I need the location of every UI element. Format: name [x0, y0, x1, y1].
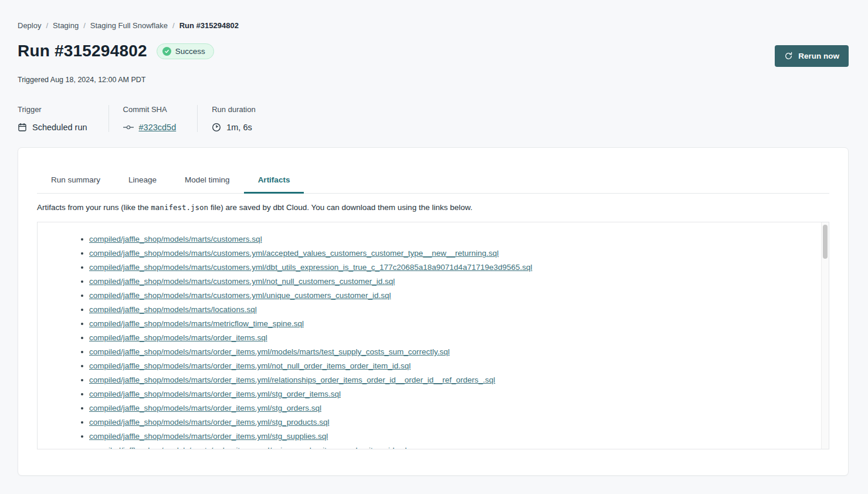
artifact-link[interactable]: compiled/jaffle_shop/models/marts/custom… [89, 263, 533, 272]
check-circle-icon [162, 47, 171, 56]
tab-lineage[interactable]: Lineage [114, 175, 171, 194]
artifact-link[interactable]: compiled/jaffle_shop/models/marts/custom… [89, 235, 262, 243]
breadcrumb-separator: / [83, 21, 86, 30]
scrollbar-track[interactable] [821, 222, 829, 449]
artifacts-description-code: manifest.json [151, 203, 208, 212]
meta-commit-label: Commit SHA [123, 105, 177, 114]
artifacts-description: Artifacts from your runs (like the manif… [37, 203, 829, 212]
list-item: compiled/jaffle_shop/models/marts/custom… [89, 275, 815, 289]
artifact-link[interactable]: compiled/jaffle_shop/models/marts/custom… [89, 291, 391, 300]
list-item: compiled/jaffle_shop/models/marts/locati… [89, 303, 815, 317]
meta-commit: Commit SHA #323cd5d [108, 105, 198, 132]
tab-artifacts[interactable]: Artifacts [244, 175, 304, 194]
refresh-icon [784, 52, 793, 60]
artifact-link[interactable]: compiled/jaffle_shop/models/marts/order_… [89, 446, 407, 449]
artifact-link[interactable]: compiled/jaffle_shop/models/marts/order_… [89, 333, 267, 342]
page-title: Run #315294802 [18, 42, 147, 60]
breadcrumb-separator: / [46, 21, 48, 30]
run-meta: Trigger Scheduled run Commit SHA #323cd5… [18, 105, 849, 132]
artifacts-description-suffix: file) are saved by dbt Cloud. You can do… [208, 203, 472, 212]
meta-duration-label: Run duration [212, 105, 255, 114]
calendar-icon [18, 123, 27, 132]
rerun-now-label: Rerun now [798, 52, 839, 60]
artifact-link[interactable]: compiled/jaffle_shop/models/marts/order_… [89, 375, 495, 384]
meta-trigger: Trigger Scheduled run [18, 105, 108, 132]
status-badge: Success [157, 43, 214, 59]
artifact-link[interactable]: compiled/jaffle_shop/models/marts/order_… [89, 418, 329, 427]
list-item: compiled/jaffle_shop/models/marts/order_… [89, 331, 815, 345]
rerun-now-button[interactable]: Rerun now [775, 45, 849, 67]
commit-sha-link[interactable]: #323cd5d [139, 123, 177, 132]
list-item: compiled/jaffle_shop/models/marts/order_… [89, 387, 815, 401]
commit-icon [123, 124, 134, 131]
list-item: compiled/jaffle_shop/models/marts/order_… [89, 444, 815, 449]
artifact-link[interactable]: compiled/jaffle_shop/models/marts/order_… [89, 432, 328, 441]
meta-trigger-label: Trigger [18, 105, 87, 114]
meta-trigger-value: Scheduled run [32, 123, 87, 132]
artifact-link[interactable]: compiled/jaffle_shop/models/marts/order_… [89, 390, 341, 398]
breadcrumb-separator: / [172, 21, 175, 30]
meta-duration: Run duration 1m, 6s [197, 105, 276, 132]
breadcrumb: Deploy / Staging / Staging Full Snowflak… [18, 21, 849, 30]
list-item: compiled/jaffle_shop/models/marts/order_… [89, 401, 815, 415]
header: Run #315294802 Success Rerun now [18, 42, 849, 67]
clock-icon [212, 123, 221, 132]
artifact-link[interactable]: compiled/jaffle_shop/models/marts/locati… [89, 305, 257, 314]
list-item: compiled/jaffle_shop/models/marts/order_… [89, 415, 815, 429]
artifact-link[interactable]: compiled/jaffle_shop/models/marts/custom… [89, 249, 499, 258]
run-detail-page: Deploy / Staging / Staging Full Snowflak… [0, 0, 868, 476]
scrollbar-thumb[interactable] [823, 225, 828, 259]
artifact-link[interactable]: compiled/jaffle_shop/models/marts/order_… [89, 404, 321, 412]
list-item: compiled/jaffle_shop/models/marts/order_… [89, 359, 815, 373]
tab-model-timing[interactable]: Model timing [171, 175, 244, 194]
breadcrumb-staging[interactable]: Staging [53, 21, 79, 30]
artifacts-description-prefix: Artifacts from your runs (like the [37, 203, 151, 212]
triggered-timestamp: Triggered Aug 18, 2024, 12:00 AM PDT [18, 76, 849, 84]
artifact-link[interactable]: compiled/jaffle_shop/models/marts/order_… [89, 347, 450, 356]
artifact-link[interactable]: compiled/jaffle_shop/models/marts/metric… [89, 319, 304, 328]
list-item: compiled/jaffle_shop/models/marts/order_… [89, 345, 815, 359]
artifacts-file-list: compiled/jaffle_shop/models/marts/custom… [38, 222, 829, 449]
list-item: compiled/jaffle_shop/models/marts/metric… [89, 317, 815, 331]
list-item: compiled/jaffle_shop/models/marts/order_… [89, 373, 815, 387]
breadcrumb-current-run: Run #315294802 [179, 21, 239, 30]
run-detail-card: Run summary Lineage Model timing Artifac… [18, 147, 849, 476]
artifacts-file-box: compiled/jaffle_shop/models/marts/custom… [37, 222, 829, 449]
artifact-link[interactable]: compiled/jaffle_shop/models/marts/order_… [89, 361, 411, 370]
tab-run-summary[interactable]: Run summary [37, 175, 114, 194]
meta-duration-value: 1m, 6s [226, 123, 252, 132]
breadcrumb-deploy[interactable]: Deploy [18, 21, 41, 30]
list-item: compiled/jaffle_shop/models/marts/custom… [89, 260, 815, 275]
breadcrumb-environment[interactable]: Staging Full Snowflake [90, 21, 168, 30]
list-item: compiled/jaffle_shop/models/marts/custom… [89, 289, 815, 303]
tabs: Run summary Lineage Model timing Artifac… [37, 148, 829, 194]
list-item: compiled/jaffle_shop/models/marts/custom… [89, 246, 815, 260]
list-item: compiled/jaffle_shop/models/marts/custom… [89, 232, 815, 246]
status-badge-label: Success [175, 47, 205, 56]
artifact-link[interactable]: compiled/jaffle_shop/models/marts/custom… [89, 277, 395, 286]
list-item: compiled/jaffle_shop/models/marts/order_… [89, 429, 815, 444]
